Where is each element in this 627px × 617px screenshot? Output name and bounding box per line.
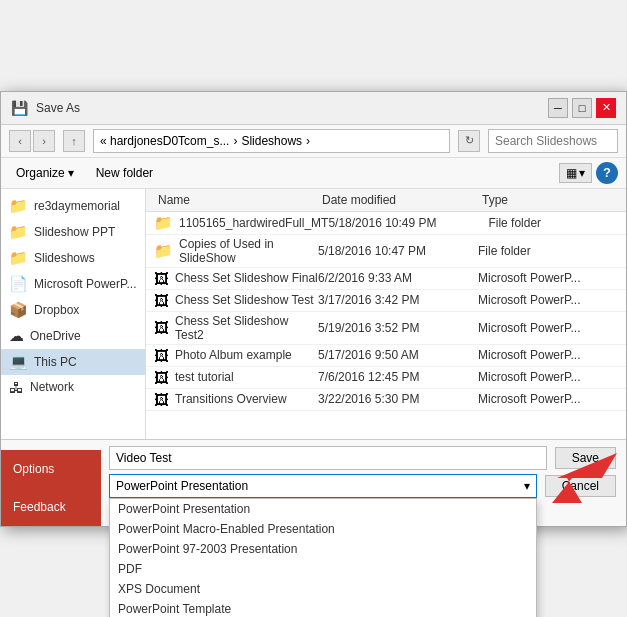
save-button[interactable]: Save — [555, 447, 616, 469]
file-type: Microsoft PowerP... — [478, 392, 618, 406]
file-date: 5/18/2016 10:47 PM — [318, 244, 478, 258]
left-panel-item-feedback[interactable]: Feedback — [1, 488, 101, 526]
breadcrumb-part2: Slideshows — [241, 134, 302, 148]
save-type-dropdown[interactable]: PowerPoint Presentation ▾ — [109, 474, 537, 498]
file-name-cell: 🖼 Chess Set Slideshow Final — [154, 270, 318, 287]
refresh-button[interactable]: ↻ — [458, 130, 480, 152]
sidebar-item-microsoft-powerp[interactable]: 📄Microsoft PowerP... — [1, 271, 145, 297]
table-row[interactable]: 🖼 test tutorial 7/6/2016 12:45 PM Micros… — [146, 367, 626, 389]
sidebar-item-this-pc[interactable]: 💻This PC — [1, 349, 145, 375]
new-folder-label: New folder — [96, 166, 153, 180]
file-type: Microsoft PowerP... — [478, 370, 618, 384]
file-date: 3/22/2016 5:30 PM — [318, 392, 478, 406]
dropdown-item[interactable]: PowerPoint 97-2003 Presentation — [110, 539, 536, 559]
table-row[interactable]: 🖼 Chess Set Slideshow Test2 5/19/2016 3:… — [146, 312, 626, 345]
title-bar-left: 💾 Save As — [11, 100, 80, 116]
close-button[interactable]: ✕ — [596, 98, 616, 118]
file-icon: 🖼 — [154, 319, 169, 336]
sidebar-item-label: Network — [30, 380, 74, 394]
table-row[interactable]: 📁 Copies of Used in SlideShow 5/18/2016 … — [146, 235, 626, 268]
file-date: 7/6/2016 12:45 PM — [318, 370, 478, 384]
second-toolbar: Organize ▾ New folder ▦ ▾ ? — [1, 158, 626, 189]
up-button[interactable]: ↑ — [63, 130, 85, 152]
file-name-text: Chess Set Slideshow Test — [175, 293, 314, 307]
sidebar-item-onedrive[interactable]: ☁OneDrive — [1, 323, 145, 349]
table-row[interactable]: 📁 1105165_hardwiredFull_MT 5/18/2016 10:… — [146, 212, 626, 235]
save-as-dialog: 💾 Save As ─ □ ✕ ‹ › ↑ « hardjonesD0Tcom_… — [0, 91, 627, 527]
file-name-cell: 🖼 Chess Set Slideshow Test — [154, 292, 318, 309]
view-options: ▦ ▾ ? — [559, 162, 618, 184]
dropdown-item[interactable]: PDF — [110, 559, 536, 579]
file-type: Microsoft PowerP... — [478, 348, 618, 362]
file-icon: 📁 — [154, 214, 173, 232]
table-row[interactable]: 🖼 Chess Set Slideshow Final 6/2/2016 9:3… — [146, 268, 626, 290]
view-button[interactable]: ▦ ▾ — [559, 163, 592, 183]
file-icon: 🖼 — [154, 270, 169, 287]
file-rows: 📁 1105165_hardwiredFull_MT 5/18/2016 10:… — [146, 212, 626, 411]
table-row[interactable]: 🖼 Photo Album example 5/17/2016 9:50 AM … — [146, 345, 626, 367]
breadcrumb[interactable]: « hardjonesD0Tcom_s... › Slideshows › — [93, 129, 450, 153]
file-type: Microsoft PowerP... — [478, 271, 618, 285]
folder-icon: 📁 — [9, 197, 28, 215]
sidebar-item-slideshows[interactable]: 📁Slideshows — [1, 245, 145, 271]
file-date: 3/17/2016 3:42 PM — [318, 293, 478, 307]
organize-button[interactable]: Organize ▾ — [9, 163, 81, 183]
file-name-cell: 🖼 test tutorial — [154, 369, 318, 386]
dropdown-item[interactable]: PowerPoint Macro-Enabled Presentation — [110, 519, 536, 539]
title-bar-buttons: ─ □ ✕ — [548, 98, 616, 118]
breadcrumb-sep2: › — [306, 134, 310, 148]
dropdown-item[interactable]: PowerPoint Presentation — [110, 499, 536, 519]
file-name-text: Chess Set Slideshow Test2 — [175, 314, 318, 342]
file-type: Microsoft PowerP... — [478, 321, 618, 335]
search-input[interactable] — [495, 134, 627, 148]
file-icon: 🖼 — [154, 347, 169, 364]
folder-icon: 📄 — [9, 275, 28, 293]
file-name-cell: 🖼 Chess Set Slideshow Test2 — [154, 314, 318, 342]
dropdown-value: PowerPoint Presentation — [116, 479, 248, 493]
header-name[interactable]: Name — [154, 191, 318, 209]
file-date: 5/17/2016 9:50 AM — [318, 348, 478, 362]
dropdown-item[interactable]: XPS Document — [110, 579, 536, 599]
sidebar-item-label: Slideshows — [34, 251, 95, 265]
sidebar-item-re3daymemorial[interactable]: 📁re3daymemorial — [1, 193, 145, 219]
file-name-text: Chess Set Slideshow Final — [175, 271, 318, 285]
file-name-cell: 📁 1105165_hardwiredFull_MT — [154, 214, 328, 232]
folder-icon: 🖧 — [9, 379, 24, 396]
back-button[interactable]: ‹ — [9, 130, 31, 152]
header-date[interactable]: Date modified — [318, 191, 478, 209]
sidebar-item-label: Dropbox — [34, 303, 79, 317]
sidebar: 📁re3daymemorial📁Slideshow PPT📁Slideshows… — [1, 189, 146, 439]
dropdown-chevron: ▾ — [524, 479, 530, 493]
folder-icon: 📁 — [9, 249, 28, 267]
file-date: 5/19/2016 3:52 PM — [318, 321, 478, 335]
view-icon: ▦ — [566, 166, 577, 180]
minimize-button[interactable]: ─ — [548, 98, 568, 118]
table-row[interactable]: 🖼 Transitions Overview 3/22/2016 5:30 PM… — [146, 389, 626, 411]
file-type: File folder — [488, 216, 626, 230]
file-name-text: test tutorial — [175, 370, 234, 384]
new-folder-button[interactable]: New folder — [89, 163, 160, 183]
cancel-button[interactable]: Cancel — [545, 475, 616, 497]
organize-label: Organize — [16, 166, 65, 180]
folder-icon: ☁ — [9, 327, 24, 345]
table-row[interactable]: 🖼 Chess Set Slideshow Test 3/17/2016 3:4… — [146, 290, 626, 312]
header-type[interactable]: Type — [478, 191, 618, 209]
sidebar-item-dropbox[interactable]: 📦Dropbox — [1, 297, 145, 323]
file-name-input[interactable] — [109, 446, 547, 470]
filename-row: File name: Save — [11, 446, 616, 470]
save-type-dropdown-container: PowerPoint Presentation ▾ PowerPoint Pre… — [109, 474, 537, 498]
navigation-toolbar: ‹ › ↑ « hardjonesD0Tcom_s... › Slideshow… — [1, 125, 626, 158]
sidebar-item-network[interactable]: 🖧Network — [1, 375, 145, 400]
file-date: 6/2/2016 9:33 AM — [318, 271, 478, 285]
maximize-button[interactable]: □ — [572, 98, 592, 118]
file-icon: 📁 — [154, 242, 173, 260]
help-button[interactable]: ? — [596, 162, 618, 184]
file-icon: 🖼 — [154, 391, 169, 408]
search-box: 🔍 — [488, 129, 618, 153]
breadcrumb-part1: « hardjonesD0Tcom_s... — [100, 134, 229, 148]
forward-button[interactable]: › — [33, 130, 55, 152]
sidebar-item-slideshow-ppt[interactable]: 📁Slideshow PPT — [1, 219, 145, 245]
dropdown-item[interactable]: PowerPoint Template — [110, 599, 536, 618]
left-panel-item-options[interactable]: Options — [1, 450, 101, 488]
file-list-header: Name Date modified Type — [146, 189, 626, 212]
